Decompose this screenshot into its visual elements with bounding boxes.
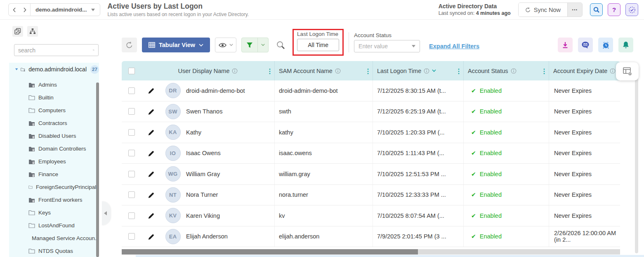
edit-pencil-icon[interactable] (147, 191, 154, 198)
column-header-account-status[interactable]: Account Status ⋮ (463, 61, 549, 80)
row-checkbox[interactable] (128, 108, 135, 115)
sidebar-tree-item[interactable]: ForeignSecurityPrincipals (9, 181, 99, 193)
hierarchy-view-button[interactable] (27, 26, 38, 37)
back-button[interactable] (9, 4, 19, 16)
sidebar-tree-item[interactable]: Builtin (9, 91, 99, 104)
info-icon[interactable] (511, 68, 517, 74)
table-row[interactable]: NT Nora Turner nora.turner 7/10/2025 12:… (122, 185, 620, 206)
sort-desc-icon[interactable] (432, 69, 436, 72)
column-menu-kebab-icon[interactable]: ⋮ (267, 67, 273, 75)
sidebar-tree-item[interactable]: LostAndFound (9, 219, 99, 232)
domain-selector-dropdown[interactable]: demo.admindroid... (31, 7, 100, 13)
table-row[interactable]: DR droid-admin-demo-bot droid-admin-demo… (122, 80, 620, 101)
cell-account-expiry: 2/26/2026 12:00:00 AM (in 2... (549, 226, 620, 247)
horizontal-scrollbar[interactable] (122, 249, 620, 255)
folder-user-icon (28, 172, 35, 177)
vertical-scrollbar[interactable] (635, 64, 638, 253)
tree-children: Admins Builtin Computers Contractors Dis… (9, 78, 99, 257)
row-checkbox[interactable] (128, 233, 135, 240)
table-row[interactable]: EA Elijah Anderson elijah.anderson 7/9/2… (122, 226, 620, 248)
refresh-report-button[interactable] (122, 38, 137, 52)
search-icon (593, 7, 600, 13)
sidebar-tree-item[interactable]: Managed Service Accoun... (9, 232, 99, 245)
schedule-alert-button[interactable] (598, 38, 613, 52)
sidebar-tree-item[interactable]: NTDS Quotas (9, 245, 99, 257)
column-header-user-display-name[interactable]: User Display Name ⋮ (142, 61, 274, 80)
row-checkbox[interactable] (128, 212, 135, 219)
row-checkbox[interactable] (128, 191, 135, 198)
sidebar-search-input[interactable] (18, 47, 93, 54)
info-icon[interactable] (424, 68, 429, 74)
column-header-account-expiry-date[interactable]: Account Expiry Date (549, 61, 620, 80)
cell-account-expiry: Never Expires (549, 101, 620, 122)
edit-pencil-icon[interactable] (147, 150, 154, 157)
info-icon[interactable] (610, 68, 616, 74)
folder-icon (28, 248, 35, 254)
sidebar-tree-item[interactable]: Keys (9, 206, 99, 219)
forward-button[interactable] (19, 4, 30, 16)
sync-now-button[interactable]: Sync Now (519, 3, 567, 17)
column-menu-kebab-icon[interactable]: ⋮ (455, 67, 462, 75)
table-row[interactable]: KA Kathy kathy 7/10/2025 1:20:33 PM (...… (122, 122, 620, 143)
row-edit-cell (142, 122, 160, 143)
expand-all-filters-link[interactable]: Expand All Filters (429, 43, 479, 50)
global-search-button[interactable] (590, 3, 603, 16)
sidebar-tree-item[interactable]: Finance (9, 168, 99, 181)
domain-selector-label: demo.admindroid... (35, 7, 87, 13)
sidebar-tree-item[interactable]: FrontEnd workers (9, 193, 99, 206)
edit-pencil-icon[interactable] (147, 87, 154, 94)
sidebar-tree-item[interactable]: Computers (9, 104, 99, 117)
column-header-last-logon-time[interactable]: Last Logon Time ⋮ (373, 61, 463, 80)
edit-pencil-icon[interactable] (147, 108, 154, 115)
row-checkbox[interactable] (128, 171, 135, 177)
tree-root-domain[interactable]: demo.admindroid.local 27 (9, 63, 99, 76)
info-icon[interactable] (232, 68, 238, 74)
column-menu-kebab-icon[interactable]: ⋮ (541, 67, 547, 75)
table-row[interactable]: SW Swen Thanos swth 7/12/2025 6:25:19 AM… (122, 101, 620, 123)
edit-pencil-icon[interactable] (147, 129, 154, 136)
select-all-checkbox[interactable] (128, 68, 135, 74)
horizontal-scrollbar-thumb[interactable] (122, 249, 418, 255)
table-row[interactable]: IO Isaac Owens isaac.owens 7/10/2025 1:1… (122, 143, 620, 164)
column-menu-kebab-icon[interactable]: ⋮ (365, 67, 371, 75)
page-title: Active Users by Last Logon (108, 2, 249, 11)
quick-search-button[interactable] (274, 38, 288, 52)
edit-pencil-icon[interactable] (147, 212, 154, 219)
folder-user-icon (28, 159, 35, 165)
tabular-view-dropdown-button[interactable]: Tabular View (142, 38, 210, 52)
export-download-button[interactable] (558, 38, 573, 52)
table-row[interactable]: WG William Gray william.gray 7/10/2025 1… (122, 164, 620, 185)
email-report-button[interactable] (578, 38, 593, 52)
info-icon[interactable] (335, 68, 341, 74)
cell-account-status: ✔ Enabled (463, 143, 549, 164)
row-checkbox[interactable] (128, 87, 135, 94)
edit-pencil-icon[interactable] (147, 170, 154, 177)
multi-select-button[interactable] (12, 26, 23, 37)
column-visibility-button[interactable] (215, 38, 236, 52)
row-checkbox[interactable] (128, 129, 135, 136)
sidebar-tree-item[interactable]: Contractors (9, 117, 99, 130)
sidebar-tree-item[interactable]: Domain Controllers (9, 142, 99, 155)
last-logon-filter-value[interactable]: All Time (297, 39, 339, 51)
notifications-button[interactable] (618, 38, 633, 52)
sidebar-tree-item[interactable]: Admins (9, 78, 99, 91)
sidebar-scrollbar[interactable] (96, 83, 99, 257)
sidebar-collapse-handle[interactable] (102, 201, 111, 225)
sidebar-tree-item[interactable]: Disabled Users (9, 130, 99, 142)
help-button[interactable]: ? (608, 3, 620, 16)
edit-pencil-icon[interactable] (147, 233, 154, 240)
sidebar-tree-item[interactable]: Employees (9, 155, 99, 168)
table-grid-icon (149, 42, 155, 48)
filter-split-button[interactable] (241, 38, 269, 52)
filter-dropdown-segment[interactable] (257, 38, 268, 52)
row-checkbox[interactable] (128, 150, 135, 156)
column-settings-button[interactable] (616, 62, 639, 80)
filter-apply-segment[interactable] (242, 38, 257, 52)
account-status-filter-select[interactable]: Enter value (354, 40, 420, 52)
column-header-sam-account-name[interactable]: SAM Account Name ⋮ (274, 61, 373, 80)
scheduled-tasks-button[interactable] (625, 3, 638, 16)
chat-envelope-icon (581, 41, 590, 49)
more-options-button[interactable]: ••• (567, 3, 582, 17)
folder-icon (28, 95, 35, 100)
table-row[interactable]: KV Karen Viking kv 7/10/2025 8:07:54 AM … (122, 205, 620, 226)
